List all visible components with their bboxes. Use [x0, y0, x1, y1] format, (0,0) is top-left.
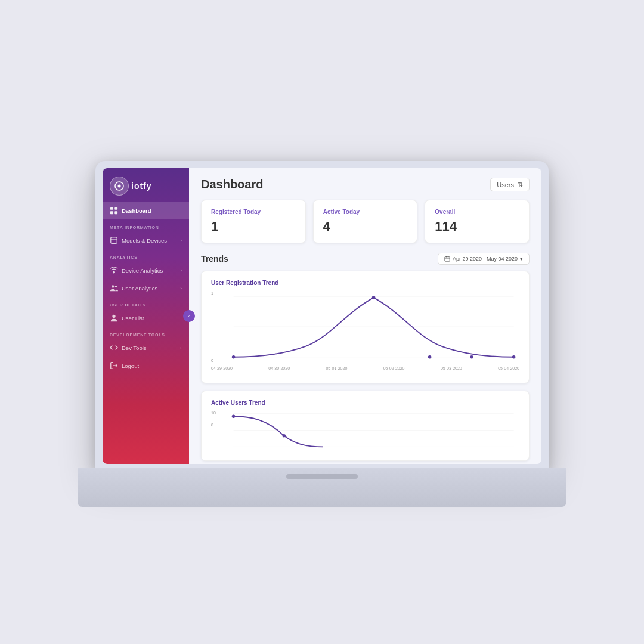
dev-tools-arrow: ›	[180, 345, 182, 351]
trends-title: Trends	[201, 254, 228, 264]
user-analytics-arrow: ›	[180, 286, 182, 291]
main-content: Dashboard Users ⇅ Registered Today 1 Act…	[189, 168, 541, 464]
chart-registration-title: User Registration Trend	[211, 280, 519, 286]
stats-row: Registered Today 1 Active Today 4 Overal…	[201, 200, 530, 243]
logo-icon	[110, 177, 129, 196]
sidebar-item-user-analytics[interactable]: User Analytics ›	[103, 279, 189, 297]
users-dropdown[interactable]: Users ⇅	[490, 178, 530, 191]
users-dropdown-icon: ⇅	[518, 181, 523, 188]
x-label-3: 05-02-2020	[383, 366, 405, 370]
sidebar-item-logout-label: Logout	[122, 363, 139, 369]
collapse-icon: ‹	[188, 314, 190, 319]
sidebar-item-dashboard[interactable]: Dashboard	[103, 202, 189, 219]
svg-point-22	[512, 355, 516, 359]
trends-header: Trends Apr 29 2020 - May 04 2020 ▾	[201, 253, 530, 265]
stat-registered-value: 1	[211, 219, 296, 234]
x-label-5: 05-04-2020	[498, 366, 519, 370]
svg-point-8	[113, 271, 115, 273]
svg-rect-5	[114, 211, 117, 214]
logout-icon	[110, 361, 118, 370]
sidebar-item-dev-tools[interactable]: Dev Tools ›	[103, 339, 189, 357]
laptop-frame: iotfy Dashboard META INFORMATION	[78, 161, 566, 507]
sidebar-section-meta: META INFORMATION	[103, 219, 189, 231]
svg-point-28	[232, 415, 236, 419]
chart-registration: User Registration Trend 1 0	[201, 271, 530, 383]
date-range-label: Apr 29 2020 - May 04 2020	[453, 256, 518, 262]
sidebar-item-dev-tools-label: Dev Tools	[122, 345, 147, 351]
y-min-label: 0	[211, 358, 213, 363]
stat-overall-value: 114	[435, 219, 519, 234]
stat-card-overall: Overall 114	[425, 200, 530, 243]
sidebar-item-user-analytics-label: User Analytics	[122, 285, 157, 292]
stat-overall-label: Overall	[435, 209, 519, 215]
box-icon	[110, 236, 118, 244]
chart-registration-container: 1 0	[211, 291, 519, 374]
sidebar-item-dashboard-label: Dashboard	[122, 208, 151, 214]
svg-point-11	[112, 315, 115, 318]
date-range-arrow: ▾	[520, 256, 523, 262]
x-label-0: 04-29-2020	[211, 366, 233, 370]
sidebar-section-user-details: USER DETAILS	[103, 297, 189, 309]
active-chart-container: 10 8	[211, 411, 519, 452]
stat-active-value: 4	[323, 219, 408, 234]
registration-x-labels: 04-29-2020 04-30-2020 05-01-2020 05-02-2…	[211, 365, 519, 370]
svg-point-10	[115, 286, 117, 288]
sidebar-item-user-list-label: User List	[122, 315, 144, 321]
sidebar-item-models-label: Models & Devices	[122, 237, 167, 244]
svg-point-20	[232, 355, 236, 359]
dashboard-header: Dashboard Users ⇅	[201, 178, 530, 191]
laptop-base	[78, 468, 566, 507]
device-analytics-arrow: ›	[180, 268, 182, 273]
active-y-max: 10	[211, 411, 216, 415]
registration-chart-svg	[211, 291, 519, 363]
screen: iotfy Dashboard META INFORMATION	[103, 168, 541, 464]
sidebar-item-user-list[interactable]: User List	[103, 309, 189, 327]
users-icon	[110, 284, 118, 292]
svg-point-21	[372, 296, 376, 299]
sidebar-section-dev: DEVELOPMENT TOOLS	[103, 327, 189, 339]
models-arrow: ›	[180, 238, 182, 243]
sidebar-logo: iotfy	[103, 168, 189, 202]
svg-point-24	[470, 355, 473, 359]
stat-active-label: Active Today	[323, 209, 408, 215]
users-dropdown-label: Users	[497, 181, 514, 188]
screen-bezel: iotfy Dashboard META INFORMATION	[95, 161, 549, 471]
date-range-button[interactable]: Apr 29 2020 - May 04 2020 ▾	[438, 253, 530, 265]
sidebar-section-analytics: ANALYTICS	[103, 249, 189, 261]
x-label-2: 05-01-2020	[326, 366, 347, 370]
sidebar-item-device-analytics-label: Device Analytics	[122, 267, 163, 274]
x-label-1: 04-30-2020	[268, 366, 290, 370]
grid-icon	[110, 206, 118, 215]
sidebar-item-models[interactable]: Models & Devices ›	[103, 231, 189, 249]
user-icon	[110, 314, 118, 322]
code-icon	[110, 343, 118, 352]
y-max-label: 1	[211, 291, 213, 295]
svg-rect-6	[111, 237, 117, 244]
x-label-4: 05-03-2020	[441, 366, 462, 370]
stat-card-active: Active Today 4	[313, 200, 418, 243]
svg-rect-13	[445, 257, 450, 262]
svg-rect-4	[110, 211, 113, 214]
logo-text: iotfy	[131, 181, 152, 191]
chart-active-title: Active Users Trend	[211, 400, 519, 406]
svg-point-1	[118, 185, 121, 188]
active-y-mid: 8	[211, 423, 213, 427]
stat-registered-label: Registered Today	[211, 209, 296, 215]
svg-point-29	[282, 434, 286, 438]
page-title: Dashboard	[201, 178, 263, 191]
calendar-icon	[444, 256, 450, 262]
sidebar-item-logout[interactable]: Logout	[103, 357, 189, 374]
wifi-icon	[110, 266, 118, 274]
active-chart-svg	[211, 411, 519, 450]
svg-rect-2	[110, 207, 113, 210]
stat-card-registered: Registered Today 1	[201, 200, 306, 243]
chart-active-users: Active Users Trend 10 8	[201, 391, 530, 461]
sidebar-collapse-button[interactable]: ‹	[183, 310, 195, 322]
svg-rect-3	[114, 207, 117, 210]
svg-point-23	[428, 355, 432, 359]
sidebar: iotfy Dashboard META INFORMATION	[103, 168, 189, 464]
svg-point-9	[112, 285, 114, 287]
sidebar-item-device-analytics[interactable]: Device Analytics ›	[103, 261, 189, 279]
